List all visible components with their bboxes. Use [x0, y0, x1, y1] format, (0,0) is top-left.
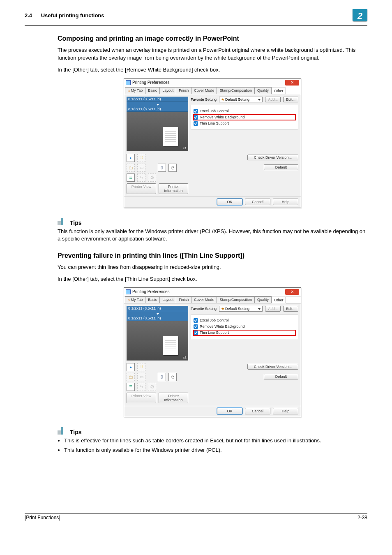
- tab-layout[interactable]: Layout: [159, 87, 176, 94]
- thin-line-support-checkbox[interactable]: Thin Line Support: [194, 330, 295, 335]
- tips-item: This function is only available for the …: [64, 446, 367, 454]
- tab-cover-mode[interactable]: Cover Mode: [191, 87, 217, 94]
- dialog-title: Printing Preferences: [132, 289, 170, 294]
- header-section-number: 2.4: [25, 12, 32, 18]
- tab-stamp-composition[interactable]: Stamp/Composition: [217, 87, 255, 94]
- tips-heading-1: Tips: [58, 215, 367, 226]
- tab-layout[interactable]: Layout: [159, 296, 176, 303]
- tab-mytab[interactable]: ⌂My Tab: [125, 87, 145, 94]
- dialog-icon: [126, 80, 131, 85]
- preview-doc-icon: [137, 164, 145, 172]
- header-section-title: Useful printing functions: [41, 12, 104, 18]
- preview-orientation-icon[interactable]: [158, 373, 166, 381]
- chapter-badge: 2: [353, 9, 367, 21]
- thin-line-support-checkbox[interactable]: Thin Line Support: [194, 121, 295, 126]
- edit-favorite-button[interactable]: Edit...: [283, 306, 298, 312]
- preview-gear-icon: [148, 383, 156, 391]
- printing-preferences-dialog-2: Printing Preferences ✕ ⌂My Tab Basic Lay…: [124, 287, 301, 417]
- dialog-icon: [126, 289, 131, 294]
- preview-stamp-icon[interactable]: [168, 164, 177, 172]
- tips-heading-2: Tips: [58, 425, 367, 435]
- tab-cover-mode[interactable]: Cover Mode: [191, 296, 217, 303]
- ok-button[interactable]: OK: [217, 408, 242, 414]
- svg-rect-1: [61, 218, 63, 225]
- preview-group-icon: [137, 383, 145, 391]
- page-preview: x1: [127, 321, 188, 361]
- para-thin-line-1: You can prevent thin lines from disappea…: [58, 264, 367, 271]
- close-button[interactable]: ✕: [285, 80, 299, 86]
- edit-favorite-button[interactable]: Edit...: [283, 97, 298, 102]
- remove-white-background-checkbox[interactable]: Remove White Background: [194, 324, 295, 329]
- tab-finish[interactable]: Finish: [176, 296, 191, 303]
- cancel-button[interactable]: Cancel: [245, 408, 270, 414]
- paper-size-row: 8 1/2x11 (8.5x11 in): [127, 316, 188, 321]
- preview-dots-icon: ⠿: [137, 154, 145, 162]
- dialog-tabs: ⌂My Tab Basic Layout Finish Cover Mode S…: [124, 296, 301, 303]
- preview-list-icon[interactable]: [127, 173, 135, 182]
- tab-mytab[interactable]: ⌂My Tab: [125, 296, 145, 303]
- preview-stamp-icon[interactable]: [168, 373, 177, 381]
- check-driver-version-button[interactable]: Check Driver Version...: [247, 155, 298, 160]
- dialog-title: Printing Preferences: [132, 80, 170, 85]
- printer-view-button[interactable]: Printer View: [127, 183, 156, 194]
- para-thin-line-2: In the [Other] tab, select the [Thin Lin…: [58, 275, 367, 283]
- favorite-setting-select[interactable]: ★Default Setting: [219, 306, 263, 312]
- tips-list-2: This is effective for thin lines such as…: [58, 437, 367, 454]
- printer-information-button[interactable]: Printer Information: [159, 183, 188, 194]
- tips-icon: [58, 215, 68, 226]
- printing-preferences-dialog: Printing Preferences ✕ ⌂My Tab Basic Lay…: [124, 78, 301, 208]
- remove-white-background-checkbox[interactable]: Remove White Background: [194, 115, 295, 120]
- help-button[interactable]: Help: [273, 408, 298, 414]
- tab-other[interactable]: Other: [271, 297, 286, 303]
- favorite-setting-label: Favorite Setting: [191, 97, 217, 102]
- footer-left: [Print Functions]: [25, 515, 60, 520]
- original-size-row[interactable]: 8 1/2x11 (8.5x11 in): [127, 97, 188, 102]
- page-preview: x1: [127, 112, 188, 151]
- preview-folder-icon: [127, 164, 135, 172]
- tab-quality[interactable]: Quality: [254, 296, 272, 303]
- footer-page-number: 2-38: [357, 515, 367, 520]
- favorite-setting-select[interactable]: ★Default Setting: [219, 97, 263, 102]
- excel-job-control-checkbox[interactable]: Excel Job Control: [194, 109, 295, 114]
- favorite-setting-label: Favorite Setting: [191, 307, 217, 311]
- tips-text-1: This function is only available for the …: [58, 228, 367, 243]
- add-favorite-button: Add...: [265, 97, 281, 102]
- preview-gear-icon: [148, 173, 156, 182]
- preview-folder-icon: [127, 373, 135, 381]
- excel-job-control-checkbox[interactable]: Excel Job Control: [194, 318, 295, 323]
- tab-finish[interactable]: Finish: [176, 87, 191, 94]
- screenshot-thin-line-support: Printing Preferences ✕ ⌂My Tab Basic Lay…: [58, 287, 367, 417]
- tab-quality[interactable]: Quality: [254, 87, 272, 94]
- printer-view-button[interactable]: Printer View: [127, 393, 156, 403]
- preview-arrow-icon[interactable]: ▸: [127, 154, 135, 162]
- section-title-powerpoint: Composing and printing an image correctl…: [58, 35, 367, 42]
- original-size-row[interactable]: 8 1/2x11 (8.5x11 in): [127, 306, 188, 311]
- help-button[interactable]: Help: [273, 199, 298, 205]
- cancel-button[interactable]: Cancel: [245, 199, 270, 205]
- printer-information-button[interactable]: Printer Information: [159, 393, 188, 403]
- paper-size-row: 8 1/2x11 (8.5x11 in): [127, 106, 188, 112]
- check-driver-version-button[interactable]: Check Driver Version...: [247, 364, 298, 370]
- preview-dots-icon: ⠿: [137, 363, 145, 371]
- preview-arrow-icon[interactable]: ▸: [127, 363, 135, 371]
- preview-list-icon[interactable]: [127, 383, 135, 391]
- section-title-thin-line: Preventing failure in printing thin line…: [58, 252, 367, 259]
- preview-orientation-icon[interactable]: [158, 164, 166, 172]
- default-button[interactable]: Default: [264, 164, 298, 170]
- svg-rect-3: [61, 427, 63, 435]
- ok-button[interactable]: OK: [217, 199, 242, 205]
- tab-basic[interactable]: Basic: [145, 296, 160, 303]
- para-powerpoint-1: The process executed when an overlay ima…: [58, 46, 367, 62]
- tab-stamp-composition[interactable]: Stamp/Composition: [217, 296, 255, 303]
- preview-doc-icon: [137, 373, 145, 381]
- screenshot-remove-white-bg: Printing Preferences ✕ ⌂My Tab Basic Lay…: [58, 78, 367, 208]
- preview-group-icon: [137, 173, 145, 182]
- tab-other[interactable]: Other: [271, 88, 286, 94]
- tab-basic[interactable]: Basic: [145, 87, 160, 94]
- add-favorite-button: Add...: [265, 306, 281, 312]
- default-button[interactable]: Default: [264, 374, 298, 379]
- tips-icon: [58, 425, 68, 435]
- para-powerpoint-2: In the [Other] tab, select the [Remove W…: [58, 66, 367, 74]
- close-button[interactable]: ✕: [285, 289, 299, 295]
- dialog-tabs: ⌂My Tab Basic Layout Finish Cover Mode S…: [124, 87, 301, 94]
